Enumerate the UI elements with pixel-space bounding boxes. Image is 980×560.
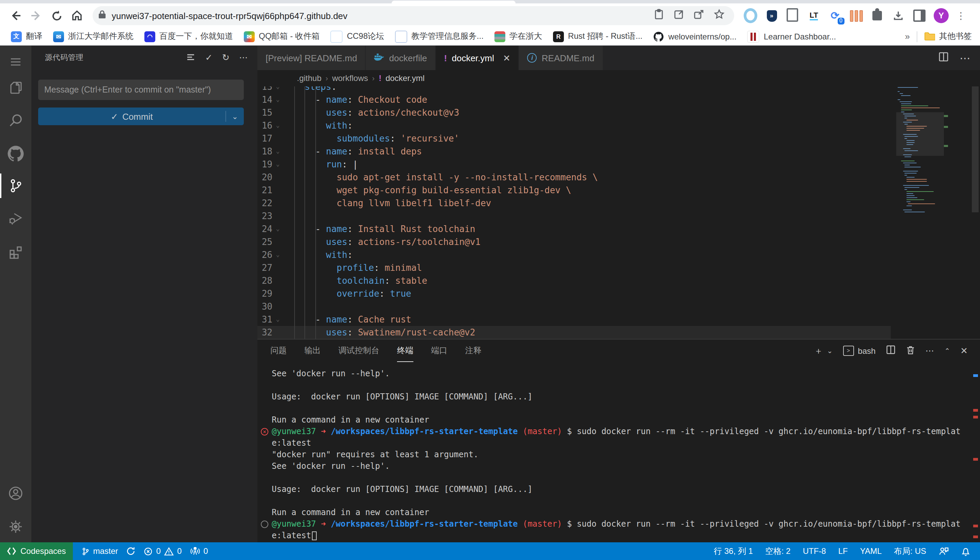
minimap[interactable] [896,87,944,339]
panel-tab-问题[interactable]: 问题 [270,340,287,362]
github-icon[interactable] [0,140,31,167]
code-line-25[interactable]: 25 uses: actions-rs/toolchain@v1 [258,235,891,248]
encoding[interactable]: UTF-8 [803,547,826,556]
fold-chevron-icon[interactable]: ⌄ [273,248,283,261]
bookmark-rust[interactable]: RRust 招聘 - Rust语... [553,31,642,42]
bookmark-qqmail[interactable]: ✉QQ邮箱 - 收件箱 [244,31,320,42]
explorer-icon[interactable] [0,74,31,102]
code-line-22[interactable]: 22 clang llvm libelf1 libelf-dev [258,197,891,210]
bookmark-github[interactable]: weloveinterns/op... [654,31,736,42]
code-line-29[interactable]: 29 override: true [258,287,891,300]
back-button[interactable] [5,5,26,26]
notifications-bell-icon[interactable] [961,546,970,556]
panel-more-icon[interactable]: ⋯ [925,346,934,356]
code-line-28[interactable]: 28 toolchain: stable [258,274,891,287]
code-line-17[interactable]: 17 submodules: 'recursive' [258,132,891,145]
extension-circle-icon[interactable] [744,9,757,22]
code-line-21[interactable]: 21 wget pkg-config build-essential zlib1… [258,184,891,197]
code-line-16[interactable]: 16⌄ with: [258,119,891,132]
source-control-icon[interactable] [0,172,31,199]
branch-indicator[interactable]: master [81,547,118,556]
account-icon[interactable] [0,480,31,507]
fold-chevron-icon[interactable]: ⌄ [273,93,283,106]
code-line-31[interactable]: 31⌄ - name: Cache rust [258,313,891,326]
fold-chevron-icon[interactable]: ⌄ [273,313,283,326]
tab-readme-md[interactable]: iREADME.md [519,46,604,70]
share-icon[interactable] [693,9,704,22]
languagetool-icon[interactable]: LT [807,9,821,22]
feedback-icon[interactable] [938,547,949,556]
code-line-30[interactable]: 30 [258,300,891,313]
breadcrumb-item[interactable]: .github [297,73,321,83]
clipboard-icon[interactable] [654,9,664,22]
downloads-icon[interactable] [891,9,905,22]
bookmark-xzzd[interactable]: 学在浙大 [495,31,542,42]
bookmarks-overflow-chevron[interactable]: » [905,31,910,42]
commit-button[interactable]: ✓Commit ⌄ [38,108,244,125]
browser-active-tab-sliver[interactable] [391,1,515,3]
other-bookmarks-button[interactable]: 其他书签 [924,31,972,42]
browser-menu-icon[interactable]: ⋮ [956,14,960,17]
code-line-23[interactable]: 23 [258,210,891,223]
search-icon[interactable] [0,107,31,134]
panel-tab-终端[interactable]: 终端 [397,340,413,362]
code-editor[interactable]: 13⌄ steps:14⌄ - name: Checkout code15 us… [258,87,980,339]
close-tab-icon[interactable]: ✕ [503,53,510,63]
split-terminal-icon[interactable] [886,345,895,357]
forward-button[interactable] [26,5,46,26]
tab-docker-yml[interactable]: !docker.yml✕ [436,46,519,70]
open-in-window-icon[interactable] [674,9,684,22]
breadcrumb-file[interactable]: docker.yml [385,73,425,83]
bookmark-learner[interactable]: Learner Dashboar... [748,30,836,43]
extensions-puzzle-icon[interactable] [870,9,884,22]
commit-check-icon[interactable]: ✓ [205,53,212,62]
tab--preview-readme-md[interactable]: [Preview] README.md [258,46,366,70]
new-terminal-icon[interactable]: ＋ [814,345,823,357]
code-line-19[interactable]: 19⌄ run: | [258,158,891,171]
extension-shield-icon[interactable]: » [765,9,778,22]
code-line-27[interactable]: 27 profile: minimal [258,261,891,274]
bookmark-baidu[interactable]: ◠百度一下，你就知道 [144,31,233,42]
terminal-instance[interactable]: > bash [843,346,875,356]
view-as-list-icon[interactable] [186,52,196,63]
url-bar[interactable]: yunwei37-potential-space-trout-rpr5qwj66… [93,6,734,25]
code-line-18[interactable]: 18⌄ - name: install deps [258,145,891,158]
bookmark-cc98[interactable]: 98CC98论坛 [331,30,384,43]
editor-scrollbar[interactable] [970,87,980,339]
problems-indicator[interactable]: 0 0 [144,547,182,556]
settings-gear-icon[interactable] [0,513,31,540]
profile-avatar[interactable]: Y [934,8,949,23]
fold-chevron-icon[interactable]: ⌄ [273,119,283,132]
code-line-13[interactable]: 13⌄ steps: [258,87,891,93]
refresh-icon[interactable]: ↻ [222,53,229,62]
lock-icon[interactable] [98,10,106,22]
tab-dockerfile[interactable]: dockerfile [366,46,436,70]
bookmark-crest[interactable]: ✶教学管理信息服务... [395,30,483,43]
close-panel-icon[interactable]: ✕ [960,346,968,356]
indent-setting[interactable]: 空格: 2 [765,545,791,557]
bookmark-mail[interactable]: ✉浙江大学邮件系统 [53,31,134,42]
commit-message-input[interactable]: Message (Ctrl+Enter to commit on "master… [38,80,244,100]
code-line-15[interactable]: 15 uses: actions/checkout@v3 [258,106,891,119]
run-debug-icon[interactable] [0,205,31,232]
ports-indicator[interactable]: 0 [190,547,208,556]
fold-chevron-icon[interactable]: ⌄ [273,223,283,235]
panel-tab-注释[interactable]: 注释 [465,340,482,362]
cursor-position[interactable]: 行 36, 列 1 [714,545,753,557]
language-mode[interactable]: YAML [860,547,882,556]
fold-chevron-icon[interactable]: ⌄ [273,158,283,171]
panel-tab-调试控制台[interactable]: 调试控制台 [338,340,379,362]
editor-more-icon[interactable]: ⋯ [960,52,970,64]
kill-terminal-icon[interactable] [905,345,915,357]
fold-chevron-icon[interactable]: ⌄ [273,145,283,158]
home-button[interactable] [67,5,87,26]
bars-extension-icon[interactable] [849,9,863,22]
panel-tab-输出[interactable]: 输出 [304,340,321,362]
refresh-button[interactable] [46,5,67,26]
terminal-dropdown-chevron[interactable]: ⌄ [827,347,833,355]
panel-tab-端口[interactable]: 端口 [431,340,447,362]
eol[interactable]: LF [838,547,848,556]
extensions-icon[interactable] [0,238,31,265]
maximize-panel-icon[interactable]: ⌃ [944,347,950,355]
code-line-26[interactable]: 26⌄ with: [258,248,891,261]
